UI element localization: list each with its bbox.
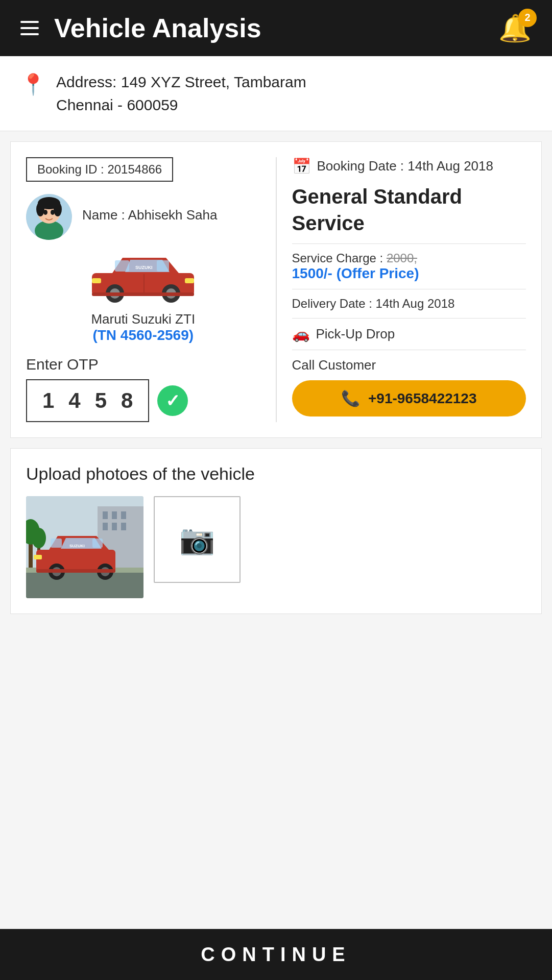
original-price: 2000, [387,251,417,265]
uploaded-photo-1: SUZUKI [26,496,143,598]
car-image: SUZUKI [87,245,199,306]
hamburger-menu[interactable] [20,21,39,35]
upload-section: Upload photoes of the vehicle [10,448,542,614]
car-model: Maruti Suzuki ZTI [26,311,260,327]
svg-rect-9 [115,260,129,272]
svg-rect-10 [157,260,169,272]
upload-title: Upload photoes of the vehicle [26,464,526,484]
otp-digit-3: 5 [95,388,107,413]
svg-rect-15 [92,278,101,283]
location-pin-icon: 📍 [20,72,46,96]
upload-photos-row: SUZUKI 📷 [26,496,526,598]
customer-info: Name : Abhisekh Saha [26,194,260,240]
car-small-icon: 🚗 [292,326,310,342]
booking-right: 📅 Booking Date : 14th Aug 2018 General S… [277,157,526,422]
call-customer-label: Call Customer [292,357,526,373]
booking-section: Booking ID : 20154866 [26,157,526,422]
booking-card: Booking ID : 20154866 [10,141,542,438]
camera-icon: 📷 [179,523,215,556]
page-title: Vehicle Analysis [54,13,261,43]
footer: CONTINUE [0,929,552,980]
pickup-drop-row: 🚗 Pick-Up Drop [292,326,526,350]
svg-rect-42 [36,569,115,573]
svg-point-7 [51,210,55,215]
header-left: Vehicle Analysis [20,13,261,43]
svg-rect-36 [92,538,103,548]
calendar-icon: 📅 [292,157,311,175]
otp-label: Enter OTP [26,356,260,373]
otp-digit-4: 8 [121,388,133,413]
booking-date: Booking Date : 14th Aug 2018 [317,158,494,174]
svg-rect-22 [103,511,108,519]
call-number: +91-9658422123 [368,390,477,407]
svg-rect-29 [26,573,143,598]
svg-rect-16 [185,278,194,283]
call-customer-button[interactable]: 📞 +91-9658422123 [292,380,526,416]
otp-verify-button[interactable]: ✓ [157,385,188,416]
otp-input-box[interactable]: 1 4 5 8 [26,379,149,422]
service-charge-label: Service Charge : [292,251,383,265]
offer-price: 1500/- (Offer Price) [292,265,419,281]
avatar-svg [26,194,72,240]
svg-point-6 [43,210,47,215]
delivery-date-row: Delivery Date : 14th Aug 2018 [292,297,526,318]
svg-rect-17 [92,292,194,296]
svg-point-33 [32,528,46,548]
continue-label: CONTINUE [201,944,351,965]
address-text: Address: 149 XYZ Street, Tambaram Chenna… [56,70,306,116]
svg-rect-27 [121,523,126,530]
app-header: Vehicle Analysis 🔔 2 [0,0,552,56]
avatar [26,194,72,240]
service-name: General Standard Service [292,183,526,244]
address-bar: 📍 Address: 149 XYZ Street, Tambaram Chen… [0,56,552,131]
phone-icon: 📞 [341,389,360,407]
continue-button[interactable]: CONTINUE [201,944,351,966]
pickup-drop-label: Pick-Up Drop [316,326,395,342]
otp-row: 1 4 5 8 ✓ [26,379,260,422]
notification-badge: 2 [518,9,537,27]
checkmark-icon: ✓ [165,390,180,411]
otp-digit-2: 4 [68,388,80,413]
svg-rect-26 [112,523,117,530]
svg-rect-41 [34,555,42,559]
svg-rect-24 [121,511,126,519]
upload-photo-button[interactable]: 📷 [154,496,241,583]
booking-id: Booking ID : 20154866 [26,157,173,182]
svg-text:SUZUKI: SUZUKI [135,265,153,270]
booking-left: Booking ID : 20154866 [26,157,277,422]
svg-text:SUZUKI: SUZUKI [69,544,85,548]
notification-bell[interactable]: 🔔 2 [498,13,532,44]
car-photo-svg: SUZUKI [26,496,143,598]
car-plate: (TN 4560-2569) [26,327,260,344]
booking-date-row: 📅 Booking Date : 14th Aug 2018 [292,157,526,175]
svg-rect-35 [51,538,62,548]
otp-digit-1: 1 [42,388,54,413]
svg-rect-25 [103,523,108,530]
svg-point-4 [36,202,44,216]
car-image-area: SUZUKI Maruti Suzuki ZTI (TN 4560-2569) [26,245,260,344]
customer-name: Name : Abhisekh Saha [82,207,218,223]
svg-point-5 [54,202,62,216]
service-charge-row: Service Charge : 2000, 1500/- (Offer Pri… [292,251,526,289]
svg-rect-23 [112,511,117,519]
